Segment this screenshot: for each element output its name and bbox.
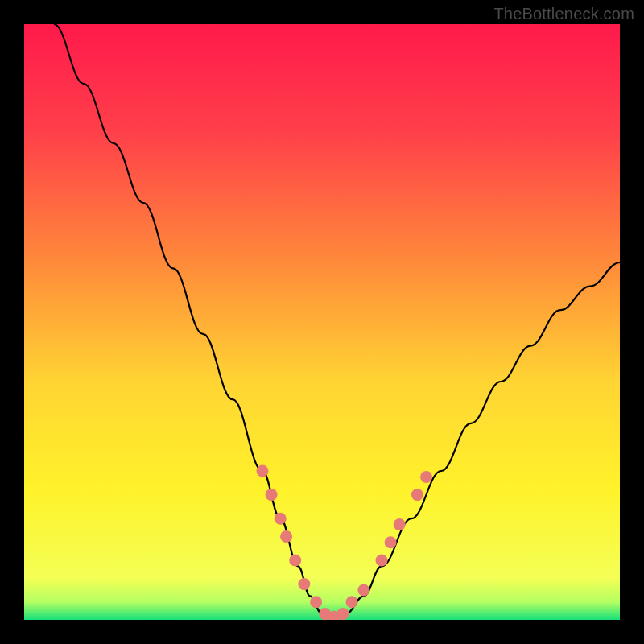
data-marker	[394, 518, 406, 530]
data-marker	[411, 489, 423, 501]
data-marker	[275, 513, 287, 525]
data-marker	[266, 489, 278, 501]
chart-frame	[24, 24, 620, 620]
data-marker	[376, 555, 388, 567]
bottleneck-chart	[24, 24, 620, 620]
watermark-text: TheBottleneck.com	[493, 5, 634, 23]
chart-background	[24, 24, 620, 620]
data-marker	[289, 555, 301, 567]
data-marker	[385, 536, 397, 548]
data-marker	[336, 608, 349, 620]
data-marker	[310, 596, 322, 608]
data-marker	[280, 530, 292, 543]
data-marker	[346, 596, 358, 608]
data-marker	[420, 471, 432, 483]
data-marker	[357, 584, 369, 597]
data-marker	[257, 465, 269, 477]
data-marker	[298, 578, 310, 590]
